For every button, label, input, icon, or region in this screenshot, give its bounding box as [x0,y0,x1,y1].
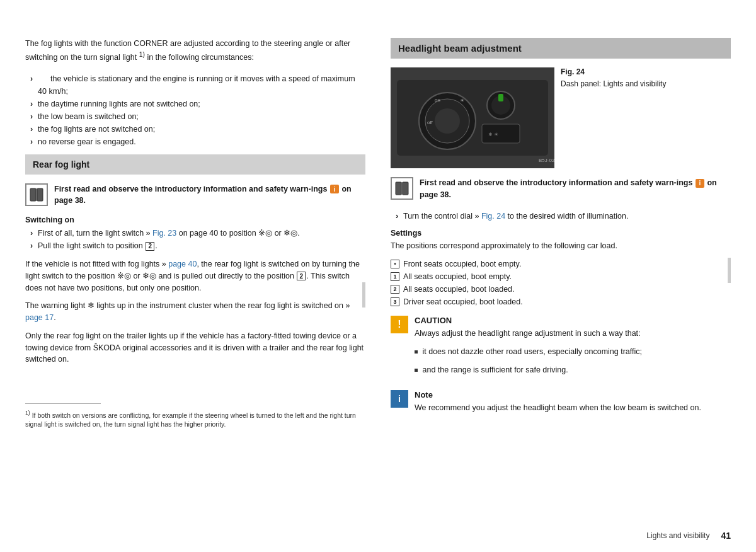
note-icon: i [391,390,408,408]
caution-bullet-1: it does not dazzle other road users, esp… [415,346,642,358]
footer-label: Lights and visibility [646,531,709,540]
svg-point-7 [435,108,460,134]
warning-badge: i [330,185,339,193]
caution-intro: Always adjust the headlight range adjust… [415,328,642,340]
car-image: 0≡ ☀ off ❄ ☀ B5J-0268 [391,67,554,168]
rear-fog-light-header: Rear fog light [25,154,365,175]
settings-label: Settings [391,229,731,238]
badge-1: 1 [391,272,399,281]
car-image-placeholder: 0≡ ☀ off ❄ ☀ B5J-0268 [391,67,554,168]
caution-header: CAUTION [415,316,642,325]
svg-rect-1 [37,188,43,201]
scroll-indicator [362,282,365,308]
headlight-header: Headlight beam adjustment [391,38,731,59]
footnote: 1) If both switch on versions are confli… [25,409,365,429]
note-header: Note [415,390,701,400]
list-item: the low beam is switched on; [30,110,365,123]
note-text: We recommend you adjust the headlight be… [415,402,701,414]
list-item: First of all, turn the light switch » Fi… [30,227,365,239]
page40-link[interactable]: page 40 [168,260,197,268]
svg-text:☀: ☀ [460,98,464,103]
note-box: i Note We recommend you adjust the headl… [391,390,731,420]
warning-text: First read and observe the introductory … [54,183,365,207]
book-icon-right [391,177,413,200]
warning-badge-right: i [696,179,704,188]
dot-badge: • [391,260,399,268]
list-item: Turn the control dial » Fig. 24 to the d… [396,210,731,222]
position-badge-2: 2 [297,272,306,280]
page-container: The fog lights with the function CORNER … [0,0,756,552]
warning-box-right: First read and observe the introductory … [391,177,731,201]
note-content: Note We recommend you adjust the headlig… [415,390,701,420]
warning-text-right: First read and observe the introductory … [420,177,731,201]
list-item: 2 All seats occupied, boot loaded. [391,283,731,296]
footnote-area: 1) If both switch on versions are confli… [25,403,365,429]
svg-text:B5J-0268: B5J-0268 [539,158,554,163]
caution-content: CAUTION Always adjust the headlight rang… [415,316,642,382]
list-item: 1 All seats occupied, boot empty. [391,270,731,283]
switching-on-label: Switching on [25,216,365,224]
footnote-divider [25,403,101,404]
switching-bullets: First of all, turn the light switch » Fi… [30,227,365,252]
para3: Only the rear fog light on the trailer l… [25,330,365,365]
caution-bullet-2: and the range is sufficient for safe dri… [415,364,642,376]
caution-box: ! CAUTION Always adjust the headlight ra… [391,316,731,382]
intro-paragraph: The fog lights with the function CORNER … [25,38,365,64]
svg-rect-13 [498,94,503,101]
svg-rect-14 [482,124,520,143]
svg-text:0≡: 0≡ [435,98,440,103]
list-item: Pull the light switch to position 2. [30,239,365,252]
svg-rect-18 [403,182,408,195]
page-footer: Lights and visibility 41 [646,531,731,541]
caution-icon: ! [391,316,408,333]
footnote-ref: 1) [139,51,145,58]
instruction-list: Turn the control dial » Fig. 24 to the d… [396,210,731,222]
position-badge: 2 [146,242,154,251]
intro-bullets: the vehicle is stationary and the engine… [30,72,365,148]
para2: The warning light ❄ lights up in the ins… [25,300,365,324]
fig-caption: Fig. 24 Dash panel: Lights and visibilit… [561,67,731,168]
right-scroll-indicator [728,258,731,283]
page17-link[interactable]: page 17 [25,313,54,322]
badge-3: 3 [391,297,399,306]
list-item: the vehicle is stationary and the engine… [30,72,365,98]
left-column: The fog lights with the function CORNER … [25,38,365,527]
list-item: no reverse gear is engaged. [30,135,365,148]
fig-area: 0≡ ☀ off ❄ ☀ B5J-0268 Fig. 24 [391,67,731,168]
book-icon [25,183,48,206]
svg-rect-17 [396,182,401,195]
fig24-link[interactable]: Fig. 24 [481,212,505,221]
svg-text:❄ ☀: ❄ ☀ [488,132,498,137]
fig-number: Fig. 24 [561,67,731,76]
list-item: the fog lights are not switched on; [30,123,365,135]
settings-intro: The positions correspond approximately t… [391,240,731,252]
badge-2: 2 [391,285,399,294]
page-number: 41 [721,531,731,541]
list-item: the daytime running lights are not switc… [30,98,365,110]
right-column: Headlight beam adjustment 0≡ [391,38,731,527]
svg-text:off: off [427,120,433,125]
warning-box: First read and observe the introductory … [25,183,365,207]
fig-description: Dash panel: Lights and visibility [561,79,731,89]
list-item: 3 Driver seat occupied, boot loaded. [391,296,731,308]
bullet-square [415,369,418,372]
fig23-link[interactable]: Fig. 23 [152,229,176,238]
svg-rect-0 [30,188,36,201]
settings-list: • Front seats occupied, boot empty. 1 Al… [391,258,731,308]
bullet-square [415,350,418,354]
para1: If the vehicle is not fitted with fog li… [25,258,365,294]
list-item: • Front seats occupied, boot empty. [391,258,731,270]
